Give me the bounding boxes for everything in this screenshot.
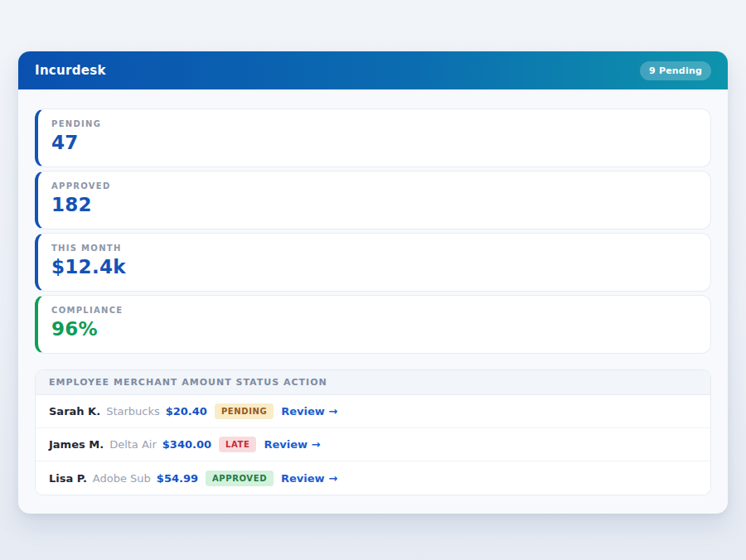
card-body: PENDING 47 APPROVED 182 THIS MONTH $12.4…: [18, 89, 728, 514]
table-body: Sarah K. Starbucks $20.40 PENDING Review…: [36, 395, 710, 495]
employee-name: James M.: [49, 438, 104, 451]
stat-label: APPROVED: [51, 181, 697, 191]
merchant-name: Adobe Sub: [93, 472, 151, 485]
table-header-row: EMPLOYEE MERCHANT AMOUNT STATUS ACTION: [36, 370, 710, 395]
merchant-name: Starbucks: [106, 405, 160, 418]
amount-value: $20.40: [166, 405, 207, 418]
stats-list: PENDING 47 APPROVED 182 THIS MONTH $12.4…: [35, 109, 711, 354]
amount-value: $340.00: [162, 438, 211, 451]
table-column-header: MERCHANT: [114, 377, 177, 388]
table-row: Sarah K. Starbucks $20.40 PENDING Review…: [36, 395, 710, 428]
review-link[interactable]: Review →: [281, 472, 337, 485]
merchant-name: Delta Air: [109, 438, 157, 451]
stat-label: THIS MONTH: [51, 244, 697, 253]
amount-value: $54.99: [157, 472, 198, 485]
status-badge: LATE: [219, 437, 256, 452]
stat-card: APPROVED 182: [35, 171, 711, 229]
review-link[interactable]: Review →: [264, 438, 320, 451]
stat-value: $12.4k: [51, 256, 697, 278]
stat-card: PENDING 47: [35, 109, 711, 167]
card-header: Incurdesk 9 Pending: [18, 51, 728, 89]
status-badge: PENDING: [215, 403, 274, 419]
expense-table: EMPLOYEE MERCHANT AMOUNT STATUS ACTION S…: [35, 369, 711, 495]
app-title: Incurdesk: [35, 63, 106, 78]
stat-value: 182: [51, 194, 697, 215]
stat-value: 47: [51, 132, 697, 153]
table-row: James M. Delta Air $340.00 LATE Review →: [36, 428, 710, 461]
stat-card: THIS MONTH $12.4k: [35, 233, 711, 292]
stat-value: 96%: [51, 318, 697, 340]
status-badge: APPROVED: [206, 471, 274, 486]
table-column-header: STATUS: [236, 377, 280, 388]
stat-card: COMPLIANCE 96%: [35, 295, 711, 354]
pending-count-badge: 9 Pending: [640, 61, 711, 80]
table-column-header: EMPLOYEE: [49, 377, 109, 388]
employee-name: Lisa P.: [49, 472, 87, 485]
table-column-header: AMOUNT: [182, 377, 231, 388]
expense-dashboard-card: Incurdesk 9 Pending PENDING 47 APPROVED …: [18, 51, 728, 514]
stat-label: COMPLIANCE: [51, 306, 697, 315]
review-link[interactable]: Review →: [281, 405, 337, 418]
employee-name: Sarah K.: [49, 405, 100, 418]
table-row: Lisa P. Adobe Sub $54.99 APPROVED Review…: [36, 461, 710, 495]
table-column-header: ACTION: [283, 377, 327, 388]
stat-label: PENDING: [51, 119, 697, 128]
